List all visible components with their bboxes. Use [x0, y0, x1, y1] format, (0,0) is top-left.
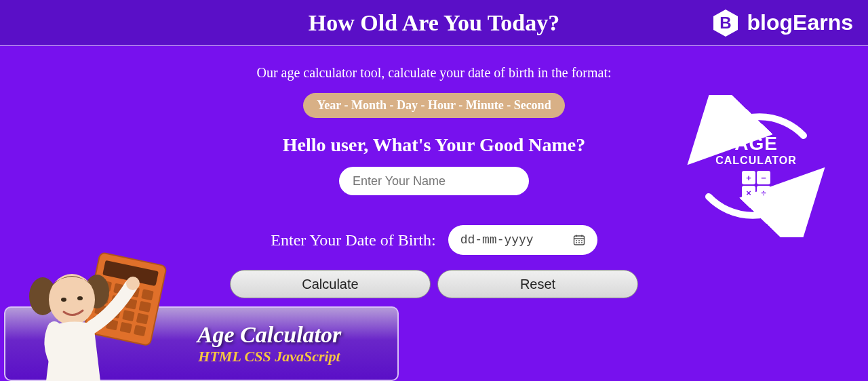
svg-point-9 — [576, 242, 577, 243]
svg-point-10 — [578, 242, 580, 243]
dob-input[interactable]: dd-mm-yyyy — [448, 225, 597, 255]
calculator-ops-icon: + − × ÷ — [742, 171, 770, 199]
svg-text:B: B — [719, 14, 731, 32]
dob-label: Enter Your Date of Birth: — [271, 231, 435, 249]
brand-logo[interactable]: B blogEarns — [711, 8, 853, 38]
svg-point-34 — [77, 296, 83, 300]
calendar-icon[interactable] — [573, 234, 585, 246]
dob-placeholder-text: dd-mm-yyyy — [460, 233, 534, 247]
tool-subtitle: Our age calculator tool, calculate your … — [0, 65, 868, 81]
svg-point-6 — [576, 240, 577, 241]
format-pill: Year - Month - Day - Hour - Minute - Sec… — [303, 93, 564, 118]
svg-point-32 — [49, 274, 95, 325]
promo-subtitle: HTML CSS JavaScript — [198, 348, 340, 365]
svg-point-33 — [61, 298, 66, 302]
promo-title: Age Calculator — [197, 322, 342, 348]
svg-point-35 — [126, 277, 140, 290]
header: How Old Are You Today? B blogEarns — [0, 0, 868, 46]
reset-button[interactable]: Reset — [437, 270, 638, 298]
badge-line1: AGE — [734, 133, 778, 155]
age-calculator-badge: AGE CALCULATOR + − × ÷ — [685, 95, 827, 237]
page-title: How Old Are You Today? — [309, 10, 559, 36]
girl-calculator-illustration — [19, 245, 175, 381]
logo-hex-icon: B — [711, 8, 741, 38]
svg-point-8 — [581, 240, 583, 241]
badge-content: AGE CALCULATOR + − × ÷ — [685, 95, 827, 237]
badge-line2: CALCULATOR — [715, 155, 797, 167]
calculate-button[interactable]: Calculate — [230, 270, 431, 298]
logo-text: blogEarns — [747, 10, 853, 35]
svg-point-11 — [581, 242, 583, 243]
svg-point-7 — [578, 240, 580, 241]
name-input[interactable] — [339, 167, 529, 195]
